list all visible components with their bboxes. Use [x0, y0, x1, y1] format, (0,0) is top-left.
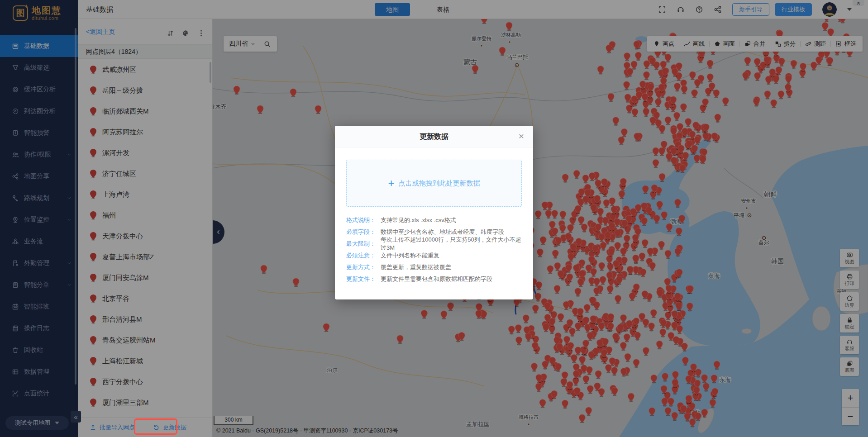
info-label: 更新方式： — [346, 263, 381, 271]
info-text: 更新文件里需要包含和原数据相匹配的字段 — [381, 275, 492, 283]
dropzone-hint: 点击或拖拽到此处更新数据 — [399, 179, 480, 188]
modal-info-row: 最大限制：每次上传不超过10000行，只支持50列，文件大小不超过3M — [346, 238, 524, 250]
info-text: 支持常见的.xls .xlsx .csv格式 — [381, 216, 456, 224]
tour-highlight-box — [134, 418, 177, 435]
info-label: 最大限制： — [346, 240, 381, 248]
app-root: 蒙古额尔登特沙林高勒乌兰巴托乌鲁木齐武汉朝鲜安州市平壤首尔韩国渤海黄海东海台北泊… — [0, 0, 868, 437]
modal-header: 更新数据 × — [335, 126, 533, 147]
file-dropzone[interactable]: + 点击或拖拽到此处更新数据 — [346, 160, 522, 207]
info-label: 必填字段： — [346, 228, 381, 236]
modal-info-row: 更新文件：更新文件里需要包含和原数据相匹配的字段 — [346, 273, 524, 285]
info-label: 必须注意： — [346, 252, 381, 260]
info-text: 数据中至少包含名称、地址或者经度、纬度字段 — [381, 228, 504, 236]
info-label: 更新文件： — [346, 275, 381, 283]
close-icon[interactable]: × — [516, 131, 527, 142]
modal-info-rows: 格式说明：支持常见的.xls .xlsx .csv格式必填字段：数据中至少包含名… — [346, 214, 524, 285]
modal-info-row: 格式说明：支持常见的.xls .xlsx .csv格式 — [346, 214, 524, 226]
modal-title: 更新数据 — [335, 126, 533, 147]
info-label: 格式说明： — [346, 216, 381, 224]
info-text: 覆盖更新，重复数据被覆盖 — [381, 263, 451, 271]
update-data-modal: 更新数据 × + 点击或拖拽到此处更新数据 格式说明：支持常见的.xls .xl… — [335, 126, 533, 299]
plus-icon: + — [388, 178, 394, 189]
info-text: 文件中列名称不能重复 — [381, 252, 439, 260]
info-text: 每次上传不超过10000行，只支持50列，文件大小不超过3M — [381, 236, 524, 252]
modal-info-row: 更新方式：覆盖更新，重复数据被覆盖 — [346, 261, 524, 273]
